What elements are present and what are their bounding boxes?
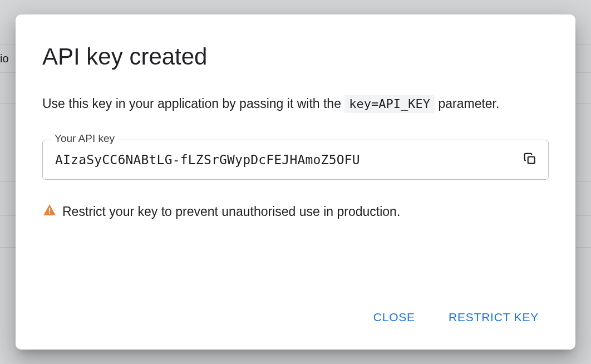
restrict-key-button[interactable]: RESTRICT KEY <box>445 305 542 329</box>
dialog-actions: CLOSE RESTRICT KEY <box>42 305 549 329</box>
warning-icon <box>42 203 57 221</box>
key-param-code: key=API_KEY <box>344 95 435 113</box>
api-key-value[interactable]: AIzaSyCC6NABtLG-fLZSrGWypDcFEJHAmoZ5OFU <box>42 140 549 180</box>
warning-text: Restrict your key to prevent unauthorise… <box>62 204 400 219</box>
svg-rect-0 <box>528 157 535 164</box>
copy-icon <box>523 151 537 168</box>
svg-rect-2 <box>49 213 50 214</box>
restrict-key-warning: Restrict your key to prevent unauthorise… <box>42 203 549 221</box>
dialog-description: Use this key in your application by pass… <box>42 95 549 113</box>
svg-rect-1 <box>49 208 50 211</box>
description-text-before: Use this key in your application by pass… <box>42 96 344 111</box>
api-key-field-label: Your API key <box>51 132 118 145</box>
copy-api-key-button[interactable] <box>519 149 541 171</box>
api-key-field-wrap: Your API key AIzaSyCC6NABtLG-fLZSrGWypDc… <box>42 140 549 180</box>
api-key-created-dialog: API key created Use this key in your app… <box>16 14 575 350</box>
close-button[interactable]: CLOSE <box>370 305 418 329</box>
description-text-after: parameter. <box>438 96 499 111</box>
dialog-title: API key created <box>42 43 549 70</box>
